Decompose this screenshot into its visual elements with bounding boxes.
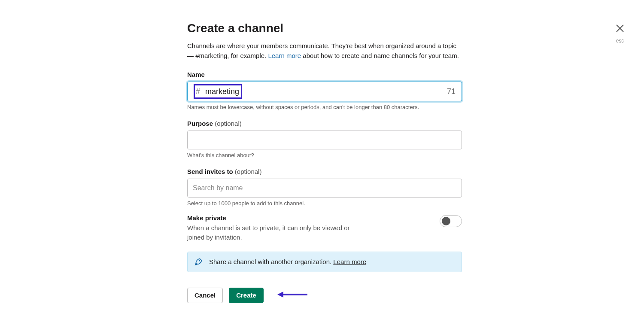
name-hint: Names must be lowercase, without spaces … <box>187 104 462 110</box>
invites-hint: Select up to 1000 people to add to this … <box>187 200 462 207</box>
close-button[interactable]: esc <box>615 23 625 44</box>
share-org-banner: Share a channel with another organizatio… <box>187 252 462 272</box>
esc-label: esc <box>615 38 625 44</box>
hash-icon: # <box>196 87 200 96</box>
make-private-row: Make private When a channel is set to pr… <box>187 214 462 242</box>
close-icon <box>615 23 625 33</box>
button-row: Cancel Create <box>187 288 462 303</box>
modal-title: Create a channel <box>187 21 462 35</box>
private-toggle[interactable] <box>440 215 462 227</box>
cancel-button[interactable]: Cancel <box>187 288 223 303</box>
invites-label: Send invites to (optional) <box>187 168 462 175</box>
invites-input[interactable] <box>187 179 462 198</box>
svg-point-2 <box>199 260 200 261</box>
modal-description: Channels are where your members communic… <box>187 41 462 61</box>
private-desc: When a channel is set to private, it can… <box>187 223 368 242</box>
name-value: marketing <box>205 87 239 96</box>
toggle-knob <box>442 217 450 225</box>
name-label: Name <box>187 71 462 78</box>
learn-more-link[interactable]: Learn more <box>268 52 301 59</box>
purpose-label: Purpose (optional) <box>187 120 462 127</box>
svg-marker-4 <box>277 292 283 298</box>
purpose-input[interactable] <box>187 131 462 149</box>
rocket-icon <box>194 257 203 267</box>
share-learn-more-link[interactable]: Learn more <box>333 258 366 265</box>
annotation-highlight: # marketing <box>194 84 242 99</box>
char-remaining: 71 <box>447 87 456 96</box>
annotation-arrow <box>277 290 307 301</box>
private-title: Make private <box>187 214 368 222</box>
create-channel-modal: Create a channel Channels are where your… <box>187 0 462 303</box>
channel-name-input[interactable]: # marketing 71 <box>187 82 462 101</box>
purpose-hint: What's this channel about? <box>187 152 462 158</box>
create-button[interactable]: Create <box>229 288 264 303</box>
